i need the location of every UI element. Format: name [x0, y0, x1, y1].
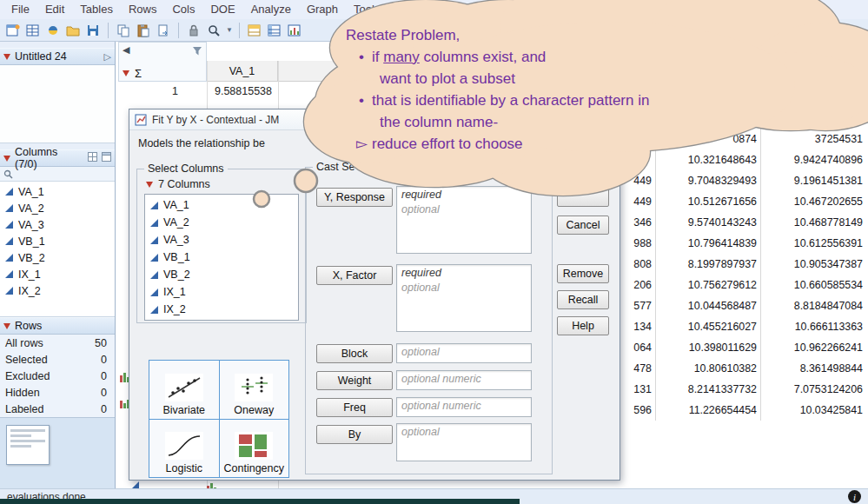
by-field[interactable]: optional — [396, 423, 532, 461]
red-triangle-menu-icon[interactable] — [123, 70, 129, 76]
save-icon[interactable] — [84, 22, 102, 39]
table-cell[interactable]: 449 — [620, 191, 656, 212]
zoom-icon[interactable] — [205, 22, 222, 39]
table-row[interactable]: 06410.39801162910.962266241 — [620, 337, 866, 358]
table-row[interactable]: 1 9.58815538 — [118, 82, 276, 101]
table-cell[interactable]: 577 — [620, 295, 656, 316]
table-row[interactable]: 44910.51267165610.467202655 — [620, 191, 866, 212]
column-item[interactable]: VA_3 — [145, 231, 298, 249]
remove-button[interactable]: Remove — [557, 264, 609, 283]
column-item[interactable]: VA_1 — [0, 183, 115, 200]
column-item[interactable]: VB_2 — [145, 266, 298, 283]
column-item[interactable]: VB_1 — [145, 249, 298, 266]
table-cell[interactable]: 10.905347387 — [761, 254, 866, 275]
table-row[interactable]: 59611.22665445410.03425841 — [620, 400, 866, 421]
table-cell[interactable]: 10.455216027 — [656, 316, 761, 337]
column-item[interactable]: VA_1 — [145, 196, 298, 214]
table-cell[interactable]: 10.660585534 — [761, 275, 866, 295]
weight-button[interactable]: Weight — [316, 371, 393, 390]
table-cell[interactable]: 8.8184847084 — [761, 295, 866, 316]
ok-button[interactable] — [557, 188, 609, 207]
info-icon[interactable]: i — [848, 490, 861, 503]
table-row[interactable]: 1318.21413377327.0753124206 — [620, 379, 866, 400]
table-cell[interactable]: 808 — [620, 254, 656, 275]
red-triangle-menu-icon[interactable] — [146, 182, 153, 188]
paste-icon[interactable] — [135, 22, 152, 39]
x-factor-field[interactable]: required optional — [396, 264, 532, 332]
contingency-launcher[interactable]: Contingency — [220, 420, 289, 478]
table-cell[interactable]: 9.58815538 — [207, 82, 276, 101]
table-cell[interactable]: 10.468778149 — [761, 212, 866, 233]
table-row[interactable]: 3469.574014324310.468778149 — [620, 212, 866, 233]
red-triangle-menu-icon[interactable] — [3, 323, 10, 329]
menu-file[interactable]: File — [3, 0, 37, 19]
summary-table-icon[interactable] — [266, 22, 283, 39]
open-folder-icon[interactable] — [64, 22, 82, 39]
table-cell[interactable]: 596 — [620, 400, 656, 421]
block-field[interactable]: optional — [396, 343, 532, 363]
menu-cols[interactable]: Cols — [164, 0, 202, 19]
new-journal-icon[interactable] — [4, 22, 22, 39]
table-cell[interactable]: 449 — [620, 170, 656, 191]
oneway-launcher[interactable]: Oneway — [220, 361, 289, 419]
table-row[interactable]: 13410.45521602710.666113363 — [620, 316, 866, 337]
table-cell[interactable]: 7.0753124206 — [761, 379, 866, 400]
column-item[interactable]: VB_1 — [0, 233, 115, 249]
script-icon[interactable] — [44, 22, 62, 39]
table-row[interactable]: 98810.79641483910.612556391 — [620, 233, 866, 254]
table-cell[interactable]: 10.962266241 — [761, 337, 866, 358]
rows-panel-header[interactable]: Rows — [0, 317, 115, 335]
column-item[interactable]: VA_2 — [0, 200, 115, 216]
bivariate-launcher[interactable]: Bivariate — [149, 361, 219, 419]
table-cell[interactable]: 9.5740143243 — [656, 212, 761, 233]
column-item[interactable]: VA_2 — [145, 214, 298, 231]
column-item[interactable]: IX_1 — [145, 283, 298, 301]
by-button[interactable]: By — [316, 425, 393, 444]
menu-addins[interactable]: Add-Ins — [388, 0, 442, 19]
table-cell[interactable]: 8.2141337732 — [656, 379, 761, 400]
column-item[interactable]: VA_3 — [0, 216, 115, 233]
column-item[interactable]: IX_2 — [0, 282, 115, 299]
column-item[interactable]: IX_1 — [0, 266, 115, 282]
table-cell[interactable]: 10.612556391 — [761, 233, 866, 254]
table-cell[interactable]: 346 — [620, 212, 656, 233]
new-data-table-icon[interactable] — [24, 22, 42, 39]
menu-doe[interactable]: DOE — [202, 0, 242, 19]
column-item[interactable]: VB_2 — [0, 249, 115, 266]
menu-window[interactable]: Wind — [482, 0, 524, 19]
table-cell[interactable]: 478 — [620, 358, 656, 379]
table-cell[interactable]: 131 — [620, 379, 656, 400]
report-table-icon[interactable] — [246, 22, 263, 39]
help-button[interactable]: Help — [557, 316, 609, 335]
table-cell[interactable]: 10.80610382 — [656, 358, 761, 379]
row-number[interactable]: 1 — [118, 82, 207, 101]
table-cell[interactable]: 134 — [620, 316, 656, 337]
copy-icon[interactable] — [115, 22, 132, 39]
menu-edit[interactable]: Edit — [37, 0, 72, 19]
duplicate-icon[interactable] — [155, 22, 172, 39]
logistic-launcher[interactable]: Logistic — [149, 420, 219, 478]
menu-view[interactable]: View — [442, 0, 482, 19]
column-item[interactable]: IX_2 — [145, 301, 298, 318]
table-cell[interactable]: 10.756279612 — [656, 275, 761, 295]
lock-icon[interactable] — [185, 22, 202, 39]
table-cell[interactable]: 10.666113363 — [761, 316, 866, 337]
panel-expand-icon[interactable]: ▷ — [104, 51, 111, 63]
table-cell[interactable]: 11.226654454 — [656, 400, 761, 421]
table-cell[interactable]: 988 — [620, 233, 656, 254]
collapse-panel-icon[interactable]: ◀ — [123, 44, 129, 56]
x-factor-button[interactable]: X, Factor — [316, 266, 393, 285]
block-button[interactable]: Block — [316, 344, 393, 363]
menu-tools[interactable]: Tools — [346, 0, 388, 19]
table-row[interactable]: 8088.199789793710.905347387 — [620, 254, 866, 275]
menu-analyze[interactable]: Analyze — [243, 0, 299, 19]
columns-settings-icon[interactable] — [102, 152, 111, 164]
menu-tables[interactable]: Tables — [72, 0, 121, 19]
table-cell[interactable]: 9.7048329493 — [656, 170, 761, 191]
table-cell[interactable]: 206 — [620, 275, 656, 295]
table-cell[interactable]: 8.1997897937 — [656, 254, 761, 275]
columns-panel-header[interactable]: Columns (7/0) — [0, 149, 115, 167]
red-triangle-menu-icon[interactable] — [3, 156, 10, 162]
recall-button[interactable]: Recall — [557, 290, 609, 309]
red-triangle-menu-icon[interactable] — [3, 54, 10, 60]
